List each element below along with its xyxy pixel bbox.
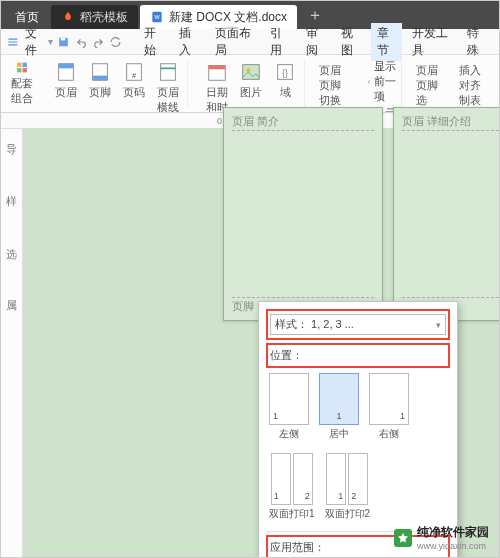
position-label: 位置： — [270, 348, 303, 363]
undo-icon[interactable] — [75, 34, 88, 50]
header-icon — [55, 61, 77, 83]
refresh-icon[interactable] — [109, 34, 122, 50]
svg-text:{}: {} — [282, 68, 288, 78]
pagenum-popup: 样式： 1, 2, 3 ... ▾ 位置： 1左侧 1居中 1右侧 12双面打印… — [258, 301, 458, 558]
chevron-down-icon: ▾ — [436, 320, 441, 330]
watermark-title: 纯净软件家园 — [417, 524, 489, 541]
svg-rect-2 — [61, 37, 65, 40]
svg-text:W: W — [154, 14, 160, 20]
app-root: 首页 稻壳模板 W 新建 DOCX 文档.docx × ＋ 文件 ▾ 开始 插入… — [0, 0, 500, 558]
ribbon-hf-options[interactable]: 页眉页脚选 — [412, 59, 445, 108]
pagenum-icon: # — [123, 61, 145, 83]
highlight-format: 样式： 1, 2, 3 ... ▾ — [266, 309, 450, 340]
menu-bar: 文件 ▾ 开始 插入 页面布局 引用 审阅 视图 章节 开发工具 特殊 — [1, 29, 499, 55]
flame-icon — [61, 10, 75, 24]
ribbon-switch[interactable]: 页眉页脚切换 — [315, 59, 353, 108]
left-sidebar: 导 样 选 属 — [1, 129, 23, 557]
svg-rect-13 — [161, 64, 176, 81]
svg-rect-16 — [209, 66, 226, 70]
format-dropdown[interactable]: 样式： 1, 2, 3 ... ▾ — [270, 314, 446, 335]
pos-right[interactable]: 1右侧 — [369, 373, 409, 441]
page1-footer[interactable]: 页脚 — [232, 299, 254, 314]
watermark-logo-icon — [394, 529, 412, 547]
footer-icon — [89, 61, 111, 83]
highlight-position: 位置： — [266, 343, 450, 368]
ribbon-pagenum[interactable]: # 页码 — [119, 59, 149, 113]
pos-center[interactable]: 1居中 — [319, 373, 359, 441]
sidebar-prop[interactable]: 属 — [4, 291, 19, 331]
menu-special[interactable]: 特殊 — [461, 23, 493, 61]
redo-icon[interactable] — [92, 34, 105, 50]
position-thumbs: 1左侧 1居中 1右侧 — [267, 367, 449, 447]
menu-start[interactable]: 开始 — [138, 23, 170, 61]
sidebar-nav[interactable]: 导 — [4, 135, 19, 175]
menu-review[interactable]: 审阅 — [300, 23, 332, 61]
pos-left[interactable]: 1左侧 — [269, 373, 309, 441]
svg-rect-10 — [93, 76, 108, 81]
combo-icon — [11, 61, 33, 74]
pos-duplex1[interactable]: 12双面打印1 — [269, 453, 315, 521]
arrow-left-icon — [367, 77, 371, 87]
ribbon-combo[interactable]: 配套组合 — [7, 59, 37, 108]
pos-duplex2[interactable]: 12双面打印2 — [325, 453, 371, 521]
watermark-url: www.yidaxin.com — [417, 541, 489, 551]
image-icon — [240, 61, 262, 83]
menu-devtools[interactable]: 开发工具 — [406, 23, 457, 61]
ribbon-image[interactable]: 图片 — [236, 59, 266, 113]
work-area: 导 样 选 属 页眉 简介 页脚 页眉 详细介绍 — [1, 129, 499, 557]
save-icon[interactable] — [57, 34, 70, 50]
menu-reference[interactable]: 引用 — [264, 23, 296, 61]
ribbon-footer[interactable]: 页脚 — [85, 59, 115, 113]
ribbon: 配套组合 页眉 页脚 # 页码 页眉横线 — [1, 55, 499, 113]
page2-header[interactable]: 页眉 详细介绍 — [402, 114, 471, 129]
ribbon-header[interactable]: 页眉 — [51, 59, 81, 113]
menu-layout[interactable]: 页面布局 — [209, 23, 260, 61]
duplex-thumbs: 12双面打印1 12双面打印2 — [267, 447, 449, 527]
watermark: 纯净软件家园 www.yidaxin.com — [394, 524, 489, 551]
svg-rect-5 — [17, 68, 21, 72]
calendar-icon — [206, 61, 228, 83]
ribbon-prev[interactable]: 显示前一项 — [367, 59, 398, 104]
file-menu[interactable]: 文件 ▾ — [7, 25, 53, 59]
menu-section[interactable]: 章节 — [371, 23, 403, 61]
menu-view[interactable]: 视图 — [335, 23, 367, 61]
ribbon-align-tab[interactable]: 插入对齐制表 — [455, 59, 493, 108]
tab-templates-label: 稻壳模板 — [80, 9, 128, 26]
ribbon-headerline[interactable]: 页眉横线 — [153, 59, 183, 113]
file-menu-label: 文件 — [25, 25, 43, 59]
page-2[interactable]: 页眉 详细介绍 页脚 — [393, 107, 500, 321]
svg-rect-6 — [23, 68, 27, 72]
pages-canvas[interactable]: 页眉 简介 页脚 页眉 详细介绍 页脚 — [23, 129, 499, 557]
sidebar-select[interactable]: 选 — [4, 239, 19, 279]
ribbon-datetime[interactable]: 日期和时间 — [202, 59, 232, 113]
headerline-icon — [157, 61, 179, 83]
svg-rect-8 — [59, 64, 74, 69]
page1-header[interactable]: 页眉 简介 — [232, 114, 279, 129]
ribbon-field[interactable]: {} 域 — [270, 59, 300, 113]
menu-insert[interactable]: 插入 — [173, 23, 205, 61]
svg-rect-4 — [23, 63, 27, 67]
ribbon-combo-label: 配套组合 — [11, 76, 33, 106]
field-icon: {} — [274, 61, 296, 83]
tab-home-label: 首页 — [15, 9, 39, 26]
scope-label: 应用范围： — [270, 540, 325, 555]
sidebar-style[interactable]: 样 — [4, 187, 19, 227]
tab-templates[interactable]: 稻壳模板 — [51, 5, 138, 29]
hamburger-icon — [7, 34, 19, 50]
svg-rect-3 — [17, 63, 21, 67]
svg-rect-17 — [243, 65, 260, 80]
page-1[interactable]: 页眉 简介 页脚 — [223, 107, 383, 321]
